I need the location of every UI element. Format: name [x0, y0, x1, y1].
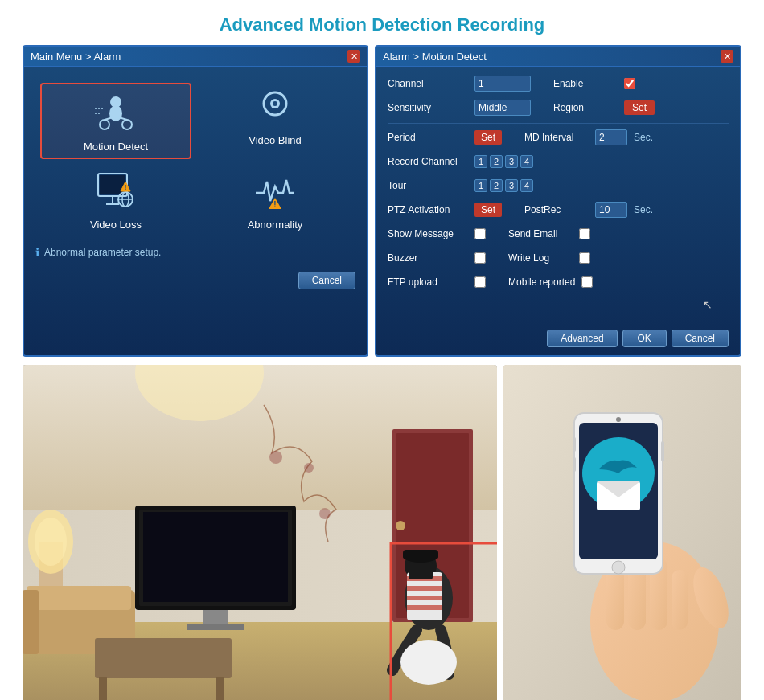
md-interval-input[interactable] — [595, 129, 627, 145]
svg-rect-44 — [99, 677, 107, 700]
ptz-label: PTZ Activation — [388, 204, 468, 215]
region-set-button[interactable]: Set — [624, 100, 655, 115]
bottom-section — [0, 365, 764, 700]
motion-footer: Advanced OK Cancel — [376, 323, 740, 355]
video-blind-icon — [247, 83, 303, 129]
motion-cancel-button[interactable]: Cancel — [672, 330, 729, 347]
tour-ch-3[interactable]: 3 — [505, 179, 518, 192]
alarm-info-text: Abnormal parameter setup. — [44, 247, 161, 258]
alarm-item-abnormality[interactable]: ! Abnormality — [199, 167, 351, 231]
motion-advanced-button[interactable]: Advanced — [547, 330, 617, 347]
motion-detect-label: Motion Detect — [84, 141, 148, 153]
alarm-cancel-button[interactable]: Cancel — [298, 272, 355, 289]
show-message-label: Show Message — [388, 228, 468, 239]
ptz-set-button[interactable]: Set — [474, 203, 502, 217]
period-label: Period — [388, 132, 468, 143]
tour-ch-1[interactable]: 1 — [474, 179, 487, 192]
svg-rect-54 — [409, 562, 433, 579]
video-blind-label: Video Blind — [249, 134, 302, 146]
motion-titlebar: Alarm > Motion Detect ✕ — [376, 47, 740, 67]
alarm-item-video-blind[interactable]: Video Blind — [199, 83, 351, 159]
write-log-label: Write Log — [508, 252, 573, 264]
svg-point-53 — [400, 640, 457, 685]
alarm-item-motion-detect[interactable]: Motion Detect — [40, 83, 191, 159]
svg-point-39 — [35, 518, 67, 566]
cursor-icon: ↖ — [703, 298, 713, 311]
motion-detect-panel: Alarm > Motion Detect ✕ Channel 1234 Ena… — [375, 45, 741, 357]
svg-rect-43 — [95, 638, 232, 678]
buzzer-row: Buzzer Write Log — [388, 249, 729, 267]
svg-rect-41 — [27, 586, 131, 610]
tour-row: Tour 1 2 3 4 — [388, 177, 729, 194]
room-scene-container — [23, 365, 497, 700]
channel-select[interactable]: 1234 — [474, 76, 531, 92]
svg-point-3 — [122, 120, 132, 129]
sensitivity-select[interactable]: MiddleLowHigh — [474, 100, 531, 116]
send-email-checkbox[interactable] — [579, 228, 590, 239]
mobile-label: Mobile reported — [508, 276, 575, 288]
phone-scene-svg — [503, 365, 741, 700]
ftp-label: FTP upload — [388, 276, 468, 288]
svg-rect-36 — [187, 624, 244, 630]
alarm-close-button[interactable]: ✕ — [347, 50, 360, 63]
mobile-checkbox[interactable] — [581, 276, 593, 288]
svg-point-28 — [396, 521, 405, 530]
ch-num-4[interactable]: 4 — [520, 155, 533, 168]
svg-point-74 — [616, 417, 621, 422]
page-title: Advanced Motion Detection Recording — [0, 0, 764, 45]
md-interval-label: MD Interval — [524, 132, 589, 143]
svg-point-30 — [304, 463, 314, 473]
svg-point-31 — [319, 508, 331, 519]
ch-num-1[interactable]: 1 — [474, 155, 487, 168]
tour-channel-nums: 1 2 3 4 — [474, 179, 533, 192]
abnormality-label: Abnormality — [248, 219, 303, 231]
ptz-row: PTZ Activation Set PostRec Sec. — [388, 201, 729, 219]
alarm-footer: Cancel — [24, 265, 367, 297]
motion-ok-button[interactable]: OK — [622, 330, 667, 347]
ch-num-3[interactable]: 3 — [505, 155, 518, 168]
motion-close-button[interactable]: ✕ — [721, 50, 733, 63]
tour-ch-4[interactable]: 4 — [520, 179, 533, 192]
ftp-checkbox[interactable] — [474, 276, 486, 288]
svg-rect-73 — [573, 457, 576, 472]
alarm-titlebar: Main Menu > Alarm ✕ — [24, 47, 367, 67]
alarm-item-video-loss[interactable]: ! Video Loss — [40, 167, 191, 231]
show-message-checkbox[interactable] — [474, 228, 486, 239]
enable-label: Enable — [553, 78, 618, 89]
abnormality-icon: ! — [247, 167, 303, 214]
svg-rect-63 — [672, 570, 688, 630]
channel-label: Channel — [388, 78, 468, 89]
buzzer-checkbox[interactable] — [474, 252, 486, 264]
enable-checkbox[interactable] — [624, 78, 635, 89]
svg-point-2 — [100, 120, 109, 129]
video-loss-icon: ! — [88, 167, 144, 214]
motion-title-text: Alarm > Motion Detect — [383, 51, 487, 63]
alarm-info-bar: ℹ Abnormal parameter setup. — [24, 239, 367, 265]
sensitivity-label: Sensitivity — [388, 102, 468, 113]
buzzer-label: Buzzer — [388, 252, 468, 264]
info-icon: ℹ — [35, 246, 39, 259]
motion-body: Channel 1234 Enable Sensitivity MiddleLo… — [376, 67, 740, 323]
svg-rect-72 — [573, 437, 576, 452]
svg-text:!: ! — [273, 200, 276, 209]
md-interval-unit: Sec. — [634, 132, 653, 143]
tour-ch-2[interactable]: 2 — [490, 179, 503, 192]
postrec-input[interactable] — [595, 202, 627, 218]
svg-rect-42 — [23, 590, 39, 654]
svg-rect-60 — [606, 566, 624, 630]
postrec-unit: Sec. — [634, 204, 653, 215]
svg-point-29 — [269, 451, 282, 464]
period-set-button[interactable]: Set — [474, 130, 502, 145]
record-channel-label: Record Channel — [388, 156, 468, 167]
svg-point-1 — [109, 105, 122, 121]
record-channel-row: Record Channel 1 2 3 4 — [388, 153, 729, 170]
room-scene-svg — [23, 365, 497, 700]
alarm-panel: Main Menu > Alarm ✕ — [23, 45, 368, 357]
write-log-checkbox[interactable] — [579, 252, 590, 264]
ch-num-2[interactable]: 2 — [490, 155, 503, 168]
phone-scene-container — [503, 365, 741, 700]
show-message-row: Show Message Send Email — [388, 225, 729, 243]
svg-rect-45 — [216, 677, 224, 700]
sensitivity-row: Sensitivity MiddleLowHigh Region Set — [388, 99, 729, 117]
tour-label: Tour — [388, 180, 468, 191]
